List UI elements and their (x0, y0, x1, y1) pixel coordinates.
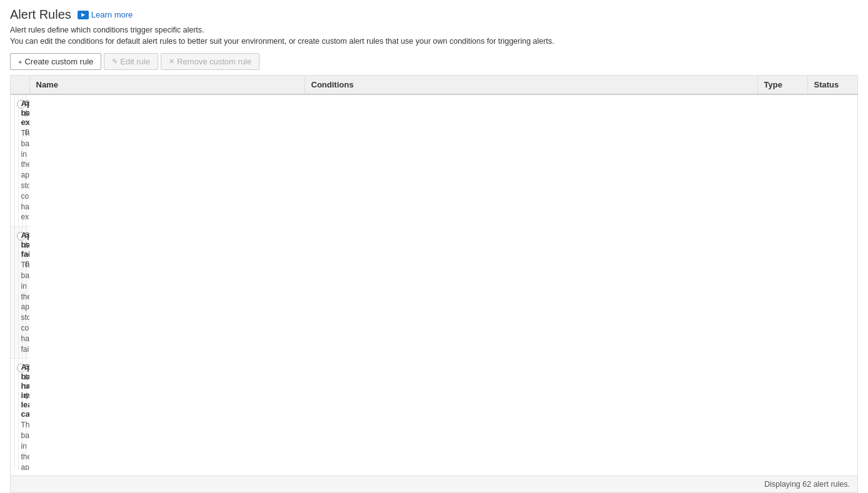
times-icon: ✕ (169, 57, 174, 66)
table-row[interactable]: Appliance battery failedThe battery in t… (11, 227, 29, 359)
create-custom-rule-button[interactable]: + Create custom rule (10, 53, 101, 70)
learn-more-link[interactable]: Learn more (78, 10, 133, 19)
plus-icon: + (18, 58, 22, 66)
col-header-selector (11, 76, 29, 94)
col-header-status: Status (807, 76, 857, 94)
description-line2: You can edit the conditions for default … (10, 37, 858, 46)
remove-custom-rule-button[interactable]: ✕ Remove custom rule (161, 53, 260, 70)
toolbar: + Create custom rule ✎ Edit rule ✕ Remov… (10, 53, 858, 70)
table-body-scroll[interactable]: Appliance battery expiredThe battery in … (11, 95, 857, 476)
rule-description: The battery in the appliance's storage c… (21, 129, 30, 221)
learn-more-label: Learn more (91, 10, 133, 19)
table-row[interactable]: Appliance battery has insufficient learn… (11, 359, 29, 470)
description-line1: Alert rules define which conditions trig… (10, 26, 858, 34)
footer-display-count: Displaying 62 alert rules. (11, 476, 857, 492)
pencil-icon: ✎ (112, 57, 118, 66)
page-title: Alert Rules (10, 7, 71, 22)
edit-rule-button[interactable]: ✎ Edit rule (104, 53, 158, 70)
condition-severity: Major > 0 (25, 109, 30, 137)
col-header-conditions: Conditions (305, 76, 757, 94)
rule-description: The battery in the appliance's storage c… (21, 261, 30, 353)
condition-severity: Major > 0 (25, 373, 30, 401)
col-header-type: Type (757, 76, 807, 94)
condition-severity: Major > 0 (25, 241, 30, 269)
table-row[interactable]: Appliance battery expiredThe battery in … (11, 95, 29, 227)
alert-rules-table: Name Conditions Type Status Appliance ba… (10, 75, 858, 493)
col-header-name: Name (29, 76, 305, 94)
video-icon (78, 11, 89, 19)
